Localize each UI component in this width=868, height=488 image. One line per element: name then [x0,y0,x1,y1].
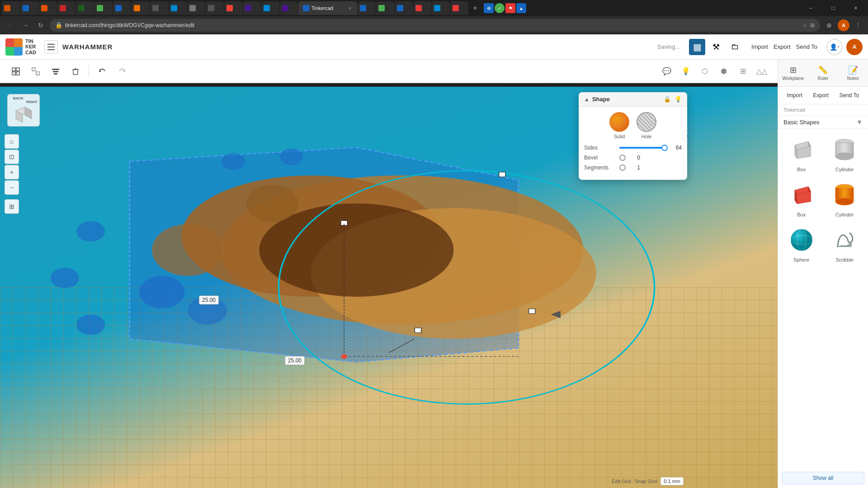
shape-item-box-grey[interactable]: Box [782,132,821,174]
tab-9[interactable] [150,1,168,15]
back-button[interactable]: ← [4,19,16,32]
basic-shapes-label: Basic Shapes [783,119,856,126]
home-view-button[interactable]: ⌂ [5,134,19,149]
tab-22[interactable] [432,1,450,15]
tab-18[interactable] [358,1,376,15]
lock-shape-icon[interactable]: 🔒 [664,96,671,103]
tab-11[interactable] [187,1,205,15]
redo-button[interactable] [113,63,131,80]
tab-7[interactable] [113,1,131,15]
align-button[interactable] [47,63,64,80]
user-avatar[interactable]: A [846,39,863,55]
tab-8[interactable] [132,1,150,15]
forward-button[interactable]: → [19,19,32,32]
address-bar[interactable]: 🔒 tinkercad.com/things/dtkWOGVCgqe-warha… [50,19,820,32]
basic-shapes-row[interactable]: Basic Shapes ▼ [778,116,868,129]
export-action[interactable]: Export [809,90,832,100]
tab-14[interactable] [243,1,261,15]
lightbulb-icon[interactable]: 💡 [675,96,682,103]
extension-puzzle-icon[interactable]: ⊞ [810,22,815,28]
tab-15[interactable] [261,1,279,15]
user-add-button[interactable]: 👤+ [826,39,843,55]
dimension-label-depth: 25.00 [285,356,305,365]
shape-item-cylinder-grey[interactable]: Cylinder [825,132,865,174]
top-actions: Import Export Send To [751,43,817,50]
more-options-button[interactable]: ⋮ [852,19,864,32]
view-btn-2[interactable]: 💡 [677,63,694,80]
tab-1[interactable] [2,1,20,15]
export-button[interactable]: Export [774,43,791,50]
send-to-action[interactable]: Send To [835,90,863,100]
tab-10[interactable] [169,1,187,15]
view-btn-1[interactable]: 💬 [658,63,675,80]
view-btn-5[interactable]: ⊞ [734,63,751,80]
navigation-cube[interactable]: RIGHT BACK [7,94,40,127]
bevel-circle[interactable] [619,155,626,161]
tab-3[interactable] [39,1,57,15]
undo-button[interactable] [94,63,111,80]
zoom-in-button[interactable]: + [5,165,19,179]
tab-13[interactable] [224,1,242,15]
close-button[interactable]: × [845,0,866,16]
shape-item-box-red[interactable]: Box [782,178,821,219]
notes-tab[interactable]: 📝 Notes [838,61,868,84]
shape-item-scribble[interactable]: Scribble [825,223,865,264]
extension-1[interactable]: ⊕ [484,3,494,13]
tab-close-btn[interactable]: × [347,5,353,11]
viewport-3d[interactable]: RIGHT BACK ⌂ ⊡ + − [0,87,778,488]
tab-16[interactable] [280,1,298,15]
extensions-button[interactable]: ⊕ [823,19,835,32]
minimize-button[interactable]: − [800,0,821,16]
delete-button[interactable] [67,63,84,80]
shape-panel-collapse[interactable]: ▲ [584,96,590,103]
tab-5[interactable] [76,1,94,15]
sides-slider[interactable] [619,147,667,149]
bookmark-icon[interactable]: ☆ [802,22,807,28]
view-btn-6[interactable]: △△ [753,63,770,80]
folder-button[interactable]: 🗀 [727,39,743,55]
tab-12[interactable] [206,1,224,15]
extension-2[interactable]: ✓ [495,3,505,13]
solid-shape-type[interactable]: Solid [609,112,629,139]
hamburger-menu[interactable] [44,40,58,54]
workplane-tab[interactable]: ⊞ Workplane [778,61,808,84]
import-button[interactable]: Import [751,43,768,50]
zoom-out-button[interactable]: − [5,180,19,195]
tab-23[interactable] [450,1,468,15]
tab-20[interactable] [395,1,413,15]
send-to-button[interactable]: Send To [796,43,817,50]
shape-item-cylinder-orange[interactable]: Cylinder [825,178,865,219]
extension-4[interactable]: ▲ [516,3,526,13]
tab-tinkercad[interactable]: Tinkercad × [298,1,357,15]
segments-circle[interactable] [619,164,626,171]
import-action[interactable]: Import [783,90,806,100]
svg-rect-0 [12,68,15,71]
shape-item-sphere[interactable]: Sphere [782,223,821,264]
hole-shape-type[interactable]: Hole [637,112,656,139]
refresh-button[interactable]: ↻ [34,19,47,32]
tab-21[interactable] [413,1,431,15]
edit-grid-button[interactable]: Edit Grid [612,479,631,484]
hammer-button[interactable]: ⚒ [708,39,724,55]
maximize-button[interactable]: □ [823,0,844,16]
view-btn-3[interactable]: ⬡ [696,63,713,80]
tab-4[interactable] [57,1,75,15]
new-tab-button[interactable]: + [469,2,481,14]
view-btn-4[interactable]: ⬢ [715,63,732,80]
group-button[interactable] [7,63,24,80]
extension-3[interactable]: ⚑ [505,3,515,13]
show-all-button[interactable]: Show all [782,472,864,484]
cylinder-grey-label: Cylinder [835,167,854,172]
ungroup-button[interactable] [27,63,44,80]
snap-grid-value[interactable]: 0.1 mm [660,477,684,485]
tab-19[interactable] [376,1,394,15]
ruler-tab[interactable]: 📏 Ruler [808,61,838,84]
profile-button[interactable]: A [837,19,850,32]
tab-2[interactable] [20,1,38,15]
grid-view-button[interactable]: ▦ [689,39,705,55]
basic-shapes-dropdown[interactable]: ▼ [856,118,863,126]
sides-thumb[interactable] [661,145,668,151]
fit-view-button[interactable]: ⊡ [5,150,19,164]
tab-6[interactable] [94,1,113,15]
layers-button[interactable]: ⊞ [5,199,19,214]
